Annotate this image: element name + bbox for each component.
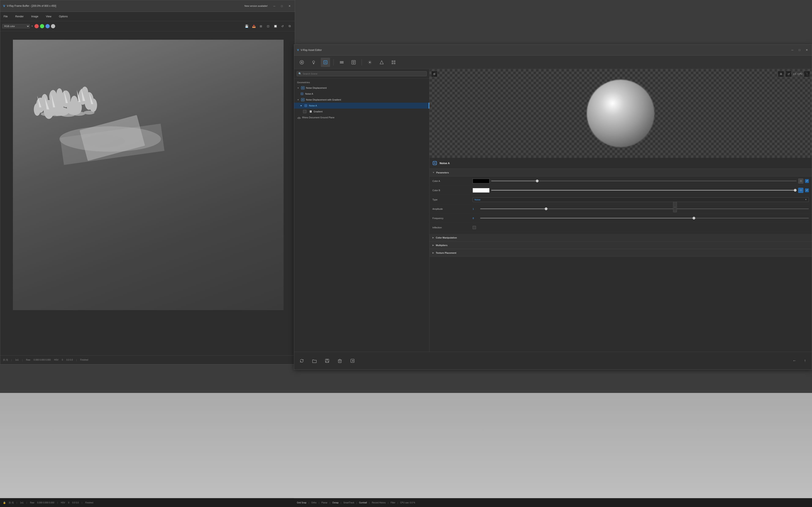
cat-object-props-button[interactable]	[377, 58, 386, 67]
color-a-slider-track[interactable]	[491, 181, 797, 181]
color-red[interactable]	[35, 24, 39, 28]
refresh-icon[interactable]: ↺	[280, 23, 286, 29]
tree-item-gradient[interactable]: Gradient	[294, 109, 429, 114]
frequency-slider-thumb[interactable]	[693, 217, 695, 220]
tree-item-noise-disp-gradient[interactable]: ▼ Noise Displacement with Gradient	[294, 97, 429, 103]
section-color-manipulation[interactable]: ▶ Color Manipulation	[429, 234, 812, 241]
ae-bottom-toolbar: ← ↑	[294, 352, 812, 370]
cat-geometry-button[interactable]	[321, 58, 330, 67]
texture-placement-label: Texture Placement	[436, 251, 456, 254]
color-a-check[interactable]: ✓	[805, 179, 809, 183]
menu-image[interactable]: Image	[30, 14, 40, 19]
rs-planar[interactable]: Planar	[321, 502, 327, 504]
tree-item-ground-plane[interactable]: Rhino Document Ground Plane	[294, 114, 429, 120]
svg-rect-45	[352, 61, 355, 63]
texture-placement-arrow: ▶	[433, 251, 434, 254]
svg-rect-69	[326, 359, 328, 360]
save-as-icon[interactable]: 📤	[251, 23, 257, 29]
cat-environment-button[interactable]	[337, 58, 346, 67]
close-button[interactable]: ✕	[287, 4, 292, 8]
search-input[interactable]	[297, 71, 427, 76]
minimize-button[interactable]: ─	[272, 4, 276, 8]
tree-item-noise-displacement[interactable]: ▼ Noise Displacement	[294, 85, 429, 91]
channel-grid-icon[interactable]: ⊞	[258, 23, 264, 29]
preview-refresh-button[interactable]: ↺	[785, 71, 792, 77]
framebuffer-statusbar: [0, 0] | 1x1 | Raw 0.000 0.000 0.000 HSV…	[0, 355, 295, 364]
status-hsv-value: 0	[62, 359, 63, 361]
bt-save-button[interactable]	[322, 356, 332, 365]
rs-filter[interactable]: Filter	[391, 502, 395, 504]
ae-close-button[interactable]: ✕	[805, 48, 809, 52]
taskbar: 🔒 [0, 0] | 1x1 | Raw 0.000 0.000 0.000 |…	[0, 498, 294, 507]
collapse-sidebar-button[interactable]: ‹	[673, 202, 677, 212]
color-a-map-btn[interactable]: ⊡	[798, 178, 803, 183]
frequency-slider-track[interactable]	[480, 218, 809, 218]
vray-icon: V	[297, 48, 299, 52]
tree-item-noise-disp-noise-a[interactable]: Noise A	[294, 91, 429, 97]
channel-select[interactable]: RGB color	[2, 24, 30, 28]
cat-render-output-button[interactable]	[349, 58, 358, 67]
copy-icon[interactable]: ⧉	[287, 23, 293, 29]
maximize-button[interactable]: □	[280, 4, 284, 8]
rs-grid-snap[interactable]: Grid Snap	[297, 502, 306, 504]
tb-other: 0.0 0.0	[72, 502, 79, 504]
cat-render-elements-button[interactable]	[389, 58, 398, 67]
ae-maximize-button[interactable]: □	[798, 48, 802, 52]
noise-displacement-gradient-label: Noise Displacement with Gradient	[306, 99, 341, 101]
color-alpha[interactable]	[51, 24, 55, 28]
amplitude-slider-track[interactable]	[480, 209, 809, 209]
status-state: Finished	[80, 359, 88, 361]
color-b-label: Color B	[433, 189, 470, 191]
preview-settings-button[interactable]: ⚙	[431, 71, 438, 77]
menu-render[interactable]: Render	[14, 14, 25, 19]
section-texture-placement[interactable]: ▶ Texture Placement	[429, 249, 812, 257]
noise-displacement-label: Noise Displacement	[306, 87, 327, 89]
background-icon[interactable]: 🔲	[272, 23, 278, 29]
bt-nav-up[interactable]: ↑	[801, 357, 809, 364]
preview-top-right: ⊞ ↺ 1/1 CPU ⋮	[778, 71, 810, 77]
rs-record-history[interactable]: Record History	[372, 502, 386, 504]
color-b-swatch[interactable]	[473, 188, 490, 193]
bt-refresh-button[interactable]	[297, 356, 306, 365]
bt-delete-button[interactable]	[335, 356, 345, 365]
color-b-slider-thumb[interactable]	[794, 189, 797, 191]
color-blue[interactable]	[45, 24, 50, 28]
bt-export-button[interactable]	[348, 356, 357, 365]
color-b-check[interactable]: ✓	[805, 188, 809, 192]
cat-settings-button[interactable]	[365, 58, 374, 67]
color-green[interactable]	[40, 24, 44, 28]
rs-gumball[interactable]: Gumball	[359, 502, 367, 504]
type-dropdown[interactable]: Noise ▼	[473, 197, 809, 202]
clamp-icon[interactable]: ⊡	[265, 23, 271, 29]
color-b-map-btn[interactable]: ⊡	[798, 188, 803, 193]
color-a-swatch[interactable]	[473, 179, 490, 183]
preview-grid-button[interactable]: ⊞	[778, 71, 784, 77]
section-geometries: Geometries	[294, 80, 429, 85]
inflection-label: Inflection	[433, 226, 470, 229]
bt-folder-button[interactable]	[310, 356, 319, 365]
color-b-slider-track[interactable]	[491, 190, 797, 190]
color-a-slider-thumb[interactable]	[536, 180, 539, 182]
gradient-checkbox[interactable]	[303, 110, 306, 113]
section-parameters[interactable]: ▼ Parameters	[429, 169, 812, 176]
section-multipliers[interactable]: ▶ Multipliers	[429, 241, 812, 249]
menu-options[interactable]: Options	[58, 14, 69, 19]
preview-more-button[interactable]: ⋮	[804, 71, 810, 77]
cat-lights-button[interactable]	[309, 58, 318, 67]
rs-smarttrack[interactable]: SmartTrack	[343, 502, 354, 504]
menu-view[interactable]: View	[45, 14, 53, 19]
bt-nav-back[interactable]: ←	[791, 357, 798, 364]
preview-counter: 1/1	[793, 73, 796, 75]
rs-ortho[interactable]: Ortho	[311, 502, 316, 504]
menu-file[interactable]: File	[2, 14, 9, 19]
tree-item-noise-a-selected[interactable]: ▼ Noise A	[294, 103, 429, 109]
save-icon[interactable]: 💾	[244, 23, 250, 29]
amplitude-slider-thumb[interactable]	[545, 208, 548, 210]
ae-minimize-button[interactable]: ─	[790, 48, 795, 52]
inflection-checkbox[interactable]	[473, 226, 476, 229]
cat-materials-button[interactable]	[297, 58, 306, 67]
noise-a-icon-1	[300, 92, 304, 96]
rs-osnap[interactable]: Osnap	[333, 502, 339, 504]
param-amplitude: Amplitude 1	[429, 204, 812, 214]
color-manip-label: Color Manipulation	[436, 236, 457, 239]
